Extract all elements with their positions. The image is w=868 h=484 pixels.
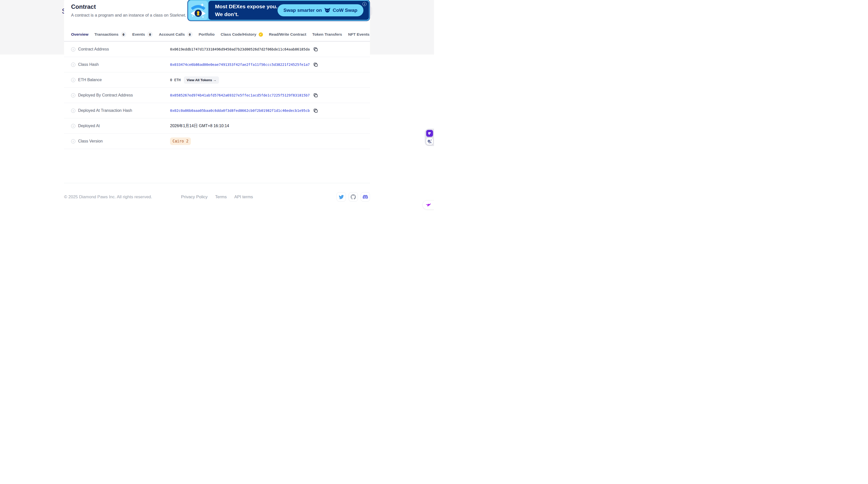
feedback-widget-button[interactable] <box>423 200 434 210</box>
copy-button[interactable] <box>313 93 318 98</box>
ad-eye-tile <box>189 1 208 20</box>
copy-icon <box>313 62 318 67</box>
row-value: 0x0619eddb1747d173318496d9450ad7b23d0052… <box>170 47 310 51</box>
bird-icon <box>425 202 432 208</box>
count-badge: 0 <box>187 32 193 37</box>
overview-table: Contract Address 0x0619eddb1747d17331849… <box>64 42 370 149</box>
cow-icon <box>324 8 331 13</box>
immersive-translate-icon <box>427 131 432 136</box>
copyright-text: © 2025 Diamond Paws Inc. All rights rese… <box>64 194 181 200</box>
footer-links: Privacy Policy Terms API terms <box>181 194 253 200</box>
info-icon <box>71 109 75 113</box>
copy-icon <box>313 108 318 113</box>
tab[interactable]: NFT Events <box>348 28 369 42</box>
row-label: Class Hash <box>78 62 99 67</box>
info-icon <box>71 47 75 52</box>
row-label: ETH Balance <box>78 78 102 82</box>
ad-headline: Most DEXes expose you. We don’t. <box>215 2 278 18</box>
tab[interactable]: Portfolio <box>199 28 215 42</box>
footer-link[interactable]: API terms <box>234 194 253 200</box>
footer-link[interactable]: Privacy Policy <box>181 194 208 200</box>
page-subtitle: A contract is a program and an instance … <box>71 13 186 18</box>
ad-info-icon[interactable] <box>363 2 366 6</box>
eye-keyhole-icon <box>190 2 207 19</box>
discord-icon <box>363 194 368 200</box>
translate-widget: A <box>425 129 434 146</box>
footer-link[interactable]: Terms <box>215 194 226 200</box>
row-value[interactable]: 0x02c0a86b0aaa05baa0c6dda0f3d8fed8662cb0… <box>170 109 310 113</box>
discord-button[interactable] <box>361 192 370 202</box>
row-label: Deployed At <box>78 124 100 128</box>
count-badge: 0 <box>147 32 153 37</box>
verified-badge-icon: ✓ <box>259 32 263 37</box>
table-row: ETH Balance 0 ETH View All Tokens → <box>64 72 370 88</box>
contract-card: Contract A contract is a program and an … <box>64 0 370 202</box>
tab[interactable]: Transactions 0 <box>94 28 126 42</box>
row-label: Deployed At Transaction Hash <box>78 108 132 113</box>
copy-icon <box>313 47 318 52</box>
table-row: Class Version Cairo 2 <box>64 134 370 149</box>
copy-icon <box>313 93 318 98</box>
translate-language-button[interactable]: A <box>426 138 433 145</box>
info-icon <box>71 63 75 67</box>
view-all-tokens-button[interactable]: View All Tokens → <box>184 77 219 84</box>
immersive-translate-button[interactable] <box>426 130 433 137</box>
twitter-button[interactable] <box>337 192 346 202</box>
copy-button[interactable] <box>313 47 318 52</box>
table-row: Deployed At 2026年1月14日 GMT+8 16:10:14 <box>64 118 370 134</box>
info-icon <box>71 78 75 82</box>
ad-banner[interactable]: Most DEXes expose you. We don’t. Swap sm… <box>187 0 370 21</box>
translate-language-icon: A <box>427 139 432 144</box>
tab[interactable]: Read/Write Contract <box>269 28 306 42</box>
tab[interactable]: Account Calls 0 <box>159 28 192 42</box>
tab[interactable]: Token Transfers <box>312 28 342 42</box>
table-row: Deployed By Contract Address 0x0585267ed… <box>64 88 370 103</box>
tab[interactable]: Events 0 <box>132 28 153 42</box>
info-icon <box>71 139 75 144</box>
row-value: Cairo 2 <box>170 138 191 145</box>
row-label: Class Version <box>78 139 103 144</box>
github-icon <box>351 194 356 200</box>
twitter-icon <box>339 194 344 200</box>
count-badge: 0 <box>121 32 126 37</box>
footer: © 2025 Diamond Paws Inc. All rights rese… <box>64 183 370 202</box>
social-buttons <box>253 192 370 202</box>
row-value: 0 ETH <box>170 78 181 82</box>
copy-button[interactable] <box>313 108 318 113</box>
info-icon <box>71 93 75 97</box>
tab-bar: Overview Transactions 0 Events 0 Account… <box>64 28 370 42</box>
info-icon <box>71 124 75 128</box>
page-title: Contract <box>71 3 186 10</box>
table-row: Deployed At Transaction Hash 0x02c0a86b0… <box>64 103 370 118</box>
row-label: Contract Address <box>78 47 109 52</box>
table-row: Contract Address 0x0619eddb1747d17331849… <box>64 42 370 57</box>
svg-text:A: A <box>430 141 432 144</box>
github-button[interactable] <box>349 192 358 202</box>
tab[interactable]: Class Code/History ✓ <box>220 28 263 42</box>
row-value[interactable]: 0x0585267ed974b41abfd57642a69327e5ffec1a… <box>170 93 310 97</box>
row-value: 2026年1月14日 GMT+8 16:10:14 <box>170 123 229 129</box>
ad-body[interactable]: Most DEXes expose you. We don’t. Swap sm… <box>209 1 369 20</box>
table-row: Class Hash 0x033474ce6b86ad00e0eae749135… <box>64 57 370 72</box>
copy-button[interactable] <box>313 62 318 67</box>
tab[interactable]: Overview <box>71 28 88 42</box>
row-label: Deployed By Contract Address <box>78 93 133 97</box>
ad-cta-button[interactable]: Swap smarter on CoW Swap <box>278 4 364 16</box>
row-value[interactable]: 0x033474ce6b86ad00e0eae7491353f42fae2ffa… <box>170 63 310 67</box>
